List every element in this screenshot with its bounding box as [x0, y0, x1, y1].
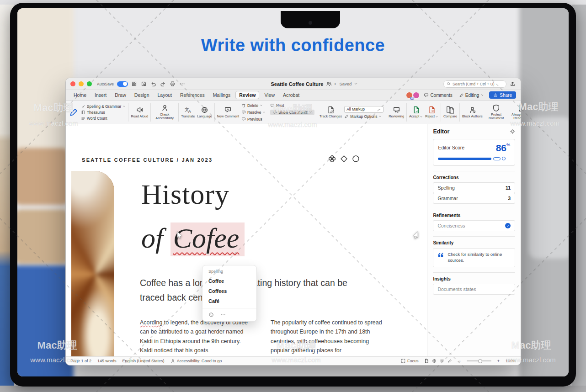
web-layout-view-icon[interactable] — [432, 359, 437, 363]
editor-score-bar[interactable] — [438, 157, 510, 160]
correction-count: 3 — [508, 196, 511, 201]
tab-view[interactable]: View — [261, 91, 278, 99]
delete-comment-button[interactable]: Delete — [241, 103, 266, 108]
new-comment-button[interactable]: New Comment — [217, 106, 239, 118]
translate-button[interactable]: 文A Translate — [181, 106, 195, 118]
collaborator-avatar[interactable]: KB — [406, 92, 413, 99]
zoom-slider[interactable] — [467, 360, 491, 361]
tab-layout[interactable]: Layout — [154, 91, 175, 99]
accept-change-button[interactable]: Accept — [409, 106, 423, 118]
ribbon-separator — [386, 103, 386, 122]
next-comment-button[interactable]: Next — [270, 103, 314, 108]
refinement-row-conciseness[interactable]: Conciseness — [433, 220, 515, 231]
zoom-out-button[interactable]: − — [458, 359, 460, 363]
next-label: Next — [276, 103, 284, 108]
tab-insert[interactable]: Insert — [91, 91, 110, 99]
spellcheck-icon — [81, 104, 85, 109]
reject-change-button[interactable]: Reject — [425, 106, 438, 118]
word-count-label: Word Count — [87, 116, 107, 121]
similarity-card[interactable]: Check for similarity to online sources. — [433, 248, 515, 267]
tab-acrobat[interactable]: Acrobat — [280, 91, 303, 99]
previous-comment-button[interactable]: Previous — [241, 117, 266, 122]
more-commands-icon[interactable] — [179, 81, 186, 87]
markup-options-button[interactable]: Markup Options — [344, 114, 384, 119]
ignore-icon[interactable] — [208, 312, 214, 318]
outline-view-icon[interactable] — [440, 359, 444, 363]
always-open-read-only-button[interactable]: Always Open Read-Only — [510, 104, 521, 121]
saved-label[interactable]: Saved — [339, 81, 352, 86]
trash-icon — [241, 103, 246, 108]
show-comments-button[interactable]: Show Comments — [270, 110, 314, 115]
spelling-suggestion-popup: Spelling Coffee Coffees Café — [202, 265, 257, 322]
thesaurus-button[interactable]: Thesaurus — [81, 110, 126, 115]
correction-row-grammar[interactable]: Grammar 3 — [433, 193, 515, 204]
draft-view-icon[interactable] — [447, 359, 452, 363]
autosave-label: AutoSave — [97, 82, 114, 86]
editor-pen-icon — [69, 107, 79, 117]
correction-row-spelling[interactable]: Spelling 11 — [433, 182, 515, 193]
ribbon-separator — [441, 103, 441, 122]
insight-row-document-stats[interactable]: Documents states — [433, 284, 515, 295]
tab-home[interactable]: Home — [70, 91, 90, 99]
comments-group: Delete Next Resolve — [241, 102, 314, 122]
read-aloud-button[interactable]: Read Aloud — [131, 106, 148, 118]
translate-label: Translate — [181, 115, 195, 118]
undo-icon[interactable] — [150, 81, 157, 87]
laptop-notch — [281, 11, 340, 28]
protect-document-button[interactable]: Protect Document — [485, 104, 508, 121]
next-comment-icon — [270, 103, 275, 108]
chevron-down-icon — [262, 111, 266, 114]
markup-view-select[interactable]: All Markup — [344, 106, 384, 113]
suggestion-option[interactable]: Coffees — [202, 286, 256, 296]
flower-icon — [328, 154, 336, 163]
apps-grid-icon[interactable] — [131, 81, 138, 87]
gear-icon[interactable] — [510, 129, 515, 134]
accessibility-status[interactable]: Accessibility: Good to go — [170, 359, 222, 363]
block-authors-button[interactable]: Block Authors — [462, 106, 483, 118]
zoom-level[interactable]: 100% — [506, 359, 516, 363]
tab-review[interactable]: Review — [235, 91, 259, 99]
minimize-window-button[interactable] — [79, 81, 84, 86]
zoom-in-button[interactable]: + — [497, 359, 500, 363]
share-button[interactable]: Share — [489, 91, 516, 99]
document-page[interactable]: SEATTLE COFFEE CULTURE / JAN 2023 Histor… — [66, 124, 427, 356]
editing-mode-button[interactable]: Editing — [457, 92, 487, 99]
tab-draw[interactable]: Draw — [112, 91, 129, 99]
close-window-button[interactable] — [70, 81, 75, 86]
tab-mailings[interactable]: Mailings — [210, 91, 234, 99]
page-indicator[interactable]: Page 1 of 2 — [70, 359, 91, 363]
editor-ribbon-button[interactable] — [69, 107, 79, 117]
focus-mode-button[interactable]: Focus — [401, 359, 419, 363]
reviewing-pane-button[interactable]: Reviewing — [389, 106, 404, 118]
print-icon[interactable] — [170, 81, 176, 87]
comments-button[interactable]: Comments — [421, 92, 454, 99]
zoom-slider-knob[interactable] — [478, 359, 482, 363]
print-layout-view-icon[interactable] — [424, 359, 429, 363]
check-accessibility-button[interactable]: Check Accessibility — [153, 104, 176, 121]
spelling-grammar-button[interactable]: Spelling & Grammar — [81, 104, 126, 109]
tab-design[interactable]: Design — [131, 91, 153, 99]
suggestion-option[interactable]: Coffee — [202, 276, 256, 286]
markup-group: All Markup Markup Options — [344, 106, 384, 119]
chevron-down-icon — [378, 115, 382, 118]
compare-button[interactable]: Compare — [443, 106, 457, 118]
search-input[interactable]: Search (Cmd + Ctrl + U) — [443, 80, 506, 88]
word-count-indicator[interactable]: 145 words — [97, 359, 117, 363]
resolve-comment-button[interactable]: Resolve — [241, 110, 266, 115]
editor-pane-title: Editor — [433, 128, 449, 135]
autosave-toggle[interactable] — [117, 81, 128, 87]
presenter-icon[interactable] — [510, 81, 516, 87]
tab-references[interactable]: References — [177, 91, 208, 99]
misspelled-word-highlight[interactable]: Cofee — [170, 222, 245, 256]
misspelled-word[interactable]: Acording — [140, 319, 162, 326]
redo-icon[interactable] — [160, 81, 166, 87]
zoom-window-button[interactable] — [87, 81, 92, 86]
suggestion-option[interactable]: Café — [202, 296, 256, 306]
word-count-button[interactable]: Word Count — [81, 116, 126, 121]
language-button[interactable]: Language — [197, 106, 212, 118]
more-options-icon[interactable] — [220, 312, 226, 318]
language-indicator[interactable]: English (United States) — [123, 359, 165, 363]
track-changes-button[interactable]: Track Changes — [320, 106, 342, 118]
save-icon[interactable] — [141, 81, 147, 87]
ribbon-separator — [214, 103, 215, 122]
